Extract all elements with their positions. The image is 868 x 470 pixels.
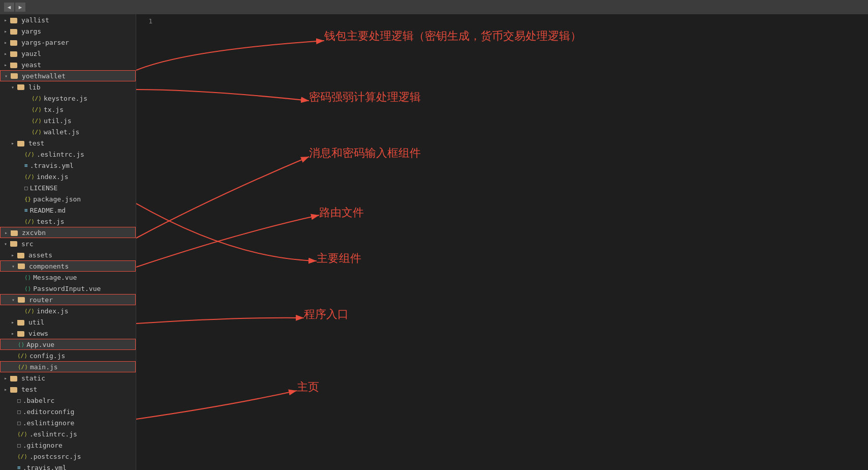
line-numbers: 1 bbox=[136, 14, 157, 28]
file-label-.travis.yml2: .travis.yml bbox=[23, 464, 67, 471]
file-icon-test.js: ⟨/⟩ bbox=[24, 218, 35, 225]
sidebar-item-yallist[interactable]: yallist bbox=[0, 14, 136, 25]
annotation-ann6: 程序入口 bbox=[304, 307, 349, 322]
arrow-icon-yargs-parser bbox=[4, 40, 9, 45]
sidebar-item-assets[interactable]: assets bbox=[0, 249, 136, 260]
sidebar-item-tx.js[interactable]: ⟨/⟩tx.js bbox=[0, 104, 136, 115]
sidebar-item-util[interactable]: util bbox=[0, 316, 136, 328]
file-label-test: test bbox=[28, 139, 44, 147]
annotation-ann5: 主要组件 bbox=[317, 251, 361, 266]
sidebar-item-keystore.js[interactable]: ⟨/⟩keystore.js bbox=[0, 93, 136, 104]
sidebar-item-zxcvbn[interactable]: zxcvbn bbox=[0, 227, 136, 238]
sidebar-item-App.vue[interactable]: ⟨⟩App.vue bbox=[0, 339, 136, 350]
file-icon-assets bbox=[17, 251, 26, 259]
arrows-svg bbox=[136, 14, 868, 470]
file-icon-PasswordInput.vue: ⟨⟩ bbox=[24, 285, 31, 292]
sidebar-item-main.js[interactable]: ⟨/⟩main.js bbox=[0, 361, 136, 372]
file-label-tx.js: tx.js bbox=[44, 106, 64, 113]
folder-shape-static bbox=[10, 376, 17, 381]
sidebar-item-.travis.yml2[interactable]: ≡.travis.yml bbox=[0, 462, 136, 470]
file-icon-router bbox=[18, 297, 27, 303]
sidebar-item-yargs-parser[interactable]: yargs-parser bbox=[0, 37, 136, 48]
folder-shape-yeast bbox=[10, 63, 17, 68]
sidebar-item-yauzl[interactable]: yauzl bbox=[0, 48, 136, 59]
sidebar-item-.eslintignore[interactable]: □.eslintignore bbox=[0, 417, 136, 428]
back-button[interactable]: ◄ bbox=[4, 3, 14, 12]
file-icon-zxcvbn bbox=[11, 229, 20, 237]
sidebar-item-yoethwallet[interactable]: yoethwallet bbox=[0, 70, 136, 81]
arrow-icon-yargs bbox=[4, 28, 9, 34]
file-label-.postcssrc.js: .postcssrc.js bbox=[29, 453, 81, 460]
sidebar-item-index.js[interactable]: ⟨/⟩index.js bbox=[0, 171, 136, 182]
sidebar-item-.editorconfig[interactable]: □.editorconfig bbox=[0, 406, 136, 417]
file-label-main.js: main.js bbox=[30, 363, 58, 371]
file-icon-src bbox=[10, 241, 19, 247]
sidebar-item-test2[interactable]: test bbox=[0, 384, 136, 395]
sidebar-item-.gitignore[interactable]: □.gitignore bbox=[0, 439, 136, 451]
sidebar-item-LICENSE[interactable]: □LICENSE bbox=[0, 182, 136, 193]
file-icon-yallist bbox=[10, 16, 19, 24]
sidebar-item-util.js[interactable]: ⟨/⟩util.js bbox=[0, 115, 136, 126]
file-label-yallist: yallist bbox=[21, 16, 49, 24]
file-label-assets: assets bbox=[28, 251, 52, 259]
sidebar-item-test[interactable]: test bbox=[0, 137, 136, 149]
file-icon-.travis.yml2: ≡ bbox=[17, 464, 21, 471]
sidebar-item-package.json[interactable]: {}package.json bbox=[0, 193, 136, 204]
file-label-yeast: yeast bbox=[21, 61, 41, 69]
folder-shape-router bbox=[18, 297, 25, 303]
forward-button[interactable]: ► bbox=[15, 3, 25, 12]
sidebar-item-.eslintrc.js[interactable]: ⟨/⟩.eslintrc.js bbox=[0, 149, 136, 160]
arrow-icon-assets bbox=[11, 252, 16, 258]
sidebar-item-test.js[interactable]: ⟨/⟩test.js bbox=[0, 216, 136, 227]
sidebar-item-wallet.js[interactable]: ⟨/⟩wallet.js bbox=[0, 126, 136, 137]
file-icon-.travis.yml: ≡ bbox=[24, 162, 28, 169]
editor-area: 1 钱包主要处理逻辑（密钥生成，货币交易处理逻辑）密码强弱计算处理逻辑消息和密码… bbox=[136, 14, 868, 470]
file-icon-.babelrc: □ bbox=[17, 397, 21, 404]
sidebar-item-lib[interactable]: lib bbox=[0, 81, 136, 93]
file-label-PasswordInput.vue: PasswordInput.vue bbox=[33, 285, 101, 292]
sidebar-item-.travis.yml[interactable]: ≡.travis.yml bbox=[0, 160, 136, 171]
sidebar-item-router-index.js[interactable]: ⟨/⟩index.js bbox=[0, 305, 136, 316]
file-tree-sidebar[interactable]: yallistyargsyargs-parseryauzlyeastyoethw… bbox=[0, 14, 136, 470]
file-icon-test bbox=[17, 139, 26, 147]
sidebar-item-Message.vue[interactable]: ⟨⟩Message.vue bbox=[0, 272, 136, 283]
sidebar-item-config.js[interactable]: ⟨/⟩config.js bbox=[0, 350, 136, 361]
sidebar-item-.babelrc[interactable]: □.babelrc bbox=[0, 395, 136, 406]
sidebar-item-components[interactable]: components bbox=[0, 260, 136, 272]
file-label-components: components bbox=[29, 262, 69, 270]
arrow-icon-yallist bbox=[4, 17, 9, 23]
sidebar-item-README.md[interactable]: ≡README.md bbox=[0, 204, 136, 216]
arrow-icon-yoethwallet bbox=[5, 73, 10, 79]
file-icon-yargs-parser bbox=[10, 39, 19, 46]
file-label-test2: test bbox=[21, 386, 37, 393]
sidebar-item-static[interactable]: static bbox=[0, 372, 136, 384]
file-label-keystore.js: keystore.js bbox=[44, 95, 87, 102]
file-label-router: router bbox=[29, 296, 53, 304]
sidebar-item-yargs[interactable]: yargs bbox=[0, 25, 136, 37]
arrow-icon-zxcvbn bbox=[5, 230, 10, 236]
file-icon-yoethwallet bbox=[11, 73, 20, 79]
sidebar-item-.postcssrc.js[interactable]: ⟨/⟩.postcssrc.js bbox=[0, 451, 136, 462]
sidebar-item-PasswordInput.vue[interactable]: ⟨⟩PasswordInput.vue bbox=[0, 283, 136, 294]
file-label-App.vue: App.vue bbox=[26, 341, 54, 348]
arrow-icon-src bbox=[4, 241, 9, 247]
file-label-util.js: util.js bbox=[44, 117, 72, 125]
sidebar-item-src[interactable]: src bbox=[0, 238, 136, 249]
sidebar-item-.eslintrc.js2[interactable]: ⟨/⟩.eslintrc.js bbox=[0, 428, 136, 439]
arrow-icon-yauzl bbox=[4, 51, 9, 56]
file-icon-yauzl bbox=[10, 50, 19, 57]
file-label-.babelrc: .babelrc bbox=[23, 397, 55, 404]
sidebar-item-yeast[interactable]: yeast bbox=[0, 59, 136, 70]
sidebar-item-views[interactable]: views bbox=[0, 328, 136, 339]
folder-shape-assets bbox=[17, 253, 24, 258]
main-layout: yallistyargsyargs-parseryauzlyeastyoethw… bbox=[0, 14, 868, 470]
folder-shape-lib bbox=[17, 84, 24, 90]
file-icon-views bbox=[17, 330, 26, 337]
sidebar-item-router[interactable]: router bbox=[0, 294, 136, 305]
toolbar: ◄ ► bbox=[0, 0, 868, 14]
file-icon-LICENSE: □ bbox=[24, 185, 28, 191]
file-icon-App.vue: ⟨⟩ bbox=[18, 341, 24, 348]
file-icon-yeast bbox=[10, 61, 19, 69]
folder-shape-views bbox=[17, 331, 24, 337]
arrow-icon-yeast bbox=[4, 62, 9, 68]
